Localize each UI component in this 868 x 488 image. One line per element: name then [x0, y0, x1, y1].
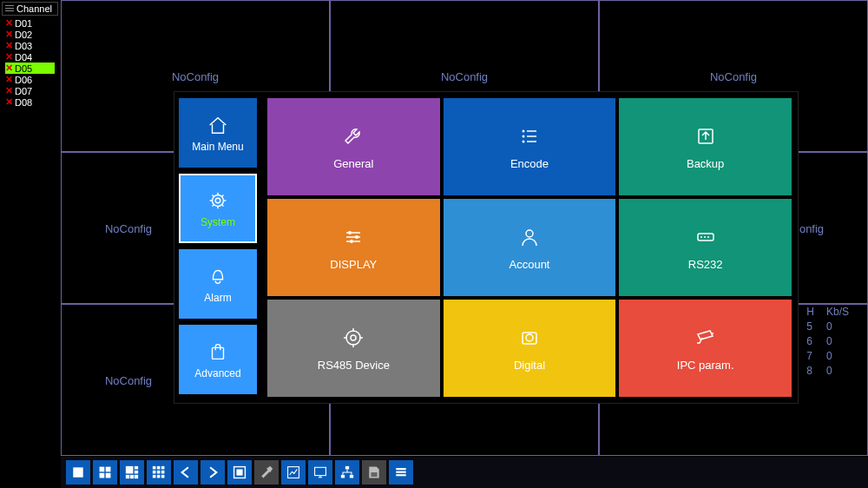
channel-title: Channel — [2, 2, 58, 16]
channel-label: D02 — [15, 30, 32, 40]
tile-display[interactable]: DISPLAY — [267, 199, 440, 296]
svg-rect-7 — [106, 473, 111, 478]
x-icon: ✕ — [5, 63, 13, 74]
svg-rect-28 — [341, 475, 345, 478]
svg-rect-1 — [5, 8, 14, 9]
channel-label: D03 — [15, 41, 32, 51]
channel-D08[interactable]: ✕D08 — [5, 96, 55, 108]
svg-rect-22 — [161, 475, 165, 478]
channel-D01[interactable]: ✕D01 — [5, 17, 55, 29]
port-icon — [694, 225, 718, 249]
toolbar-disk[interactable] — [362, 460, 386, 485]
cctv-icon — [694, 326, 718, 350]
channel-label: D08 — [15, 97, 32, 108]
svg-rect-8 — [126, 466, 134, 474]
svg-rect-9 — [135, 466, 138, 470]
svg-rect-0 — [5, 5, 14, 6]
network-icon — [339, 464, 356, 481]
upload-icon — [694, 124, 718, 148]
tile-label: General — [333, 157, 373, 170]
channel-label: D04 — [15, 52, 32, 63]
cell-label: NoConfig — [441, 69, 488, 82]
svg-rect-32 — [396, 472, 405, 473]
tile-ipc-param-[interactable]: IPC param. — [619, 300, 792, 397]
toolbar-arrow-left[interactable] — [174, 460, 198, 485]
channel-D06[interactable]: ✕D06 — [5, 74, 55, 85]
tile-encode[interactable]: Encode — [444, 98, 616, 195]
svg-rect-33 — [396, 474, 405, 476]
toolbar-view9[interactable] — [147, 460, 171, 485]
svg-rect-31 — [396, 468, 405, 470]
tile-label: Account — [510, 258, 550, 271]
svg-rect-14 — [153, 466, 156, 470]
toolbar-network[interactable] — [335, 460, 359, 485]
tile-label: Backup — [687, 157, 724, 170]
menu-grid: GeneralEncodeBackupDISPLAYAccountRS232RS… — [261, 92, 798, 403]
svg-rect-16 — [161, 466, 165, 470]
toolbar-menu[interactable] — [389, 460, 413, 485]
x-icon: ✕ — [5, 17, 13, 29]
tile-rs485-device[interactable]: RS485 Device — [267, 300, 440, 397]
menu-side-alarm[interactable]: Alarm — [179, 249, 257, 319]
arrow-left-icon — [177, 464, 194, 481]
tile-general[interactable]: General — [267, 98, 440, 195]
channel-sidebar: Channel ✕D01✕D02✕D03✕D04✕D05✕D06✕D07✕D08 — [2, 2, 58, 109]
view9-icon — [150, 464, 168, 481]
list-icon — [5, 4, 14, 13]
channel-label: D05 — [15, 63, 32, 74]
svg-rect-18 — [157, 471, 161, 474]
channel-D02[interactable]: ✕D02 — [5, 29, 55, 40]
stats-panel: HKb/S 50607080 — [805, 304, 861, 379]
svg-rect-21 — [157, 475, 161, 478]
cell-label: NoConfig — [105, 221, 152, 234]
svg-rect-30 — [371, 472, 377, 477]
x-icon: ✕ — [5, 51, 13, 63]
menu-side-main-menu[interactable]: Main Menu — [179, 98, 257, 168]
tile-account[interactable]: Account — [444, 199, 616, 296]
svg-rect-13 — [135, 475, 138, 478]
x-icon: ✕ — [5, 96, 13, 108]
svg-rect-11 — [126, 475, 129, 478]
cell-label: NoConfig — [105, 373, 152, 386]
x-icon: ✕ — [5, 29, 13, 40]
x-icon: ✕ — [5, 40, 13, 51]
cell-label: NoConfig — [172, 69, 219, 82]
stats-kbs: 0 — [826, 365, 859, 378]
svg-rect-5 — [106, 467, 111, 472]
stats-h: 6 — [806, 335, 825, 348]
tile-backup[interactable]: Backup — [619, 98, 792, 195]
tile-label: DISPLAY — [330, 258, 377, 271]
view1-icon — [69, 464, 87, 481]
system-menu: Main MenuSystemAlarmAdvanced GeneralEnco… — [174, 91, 799, 404]
toolbar-view1[interactable] — [66, 460, 90, 485]
toolbar-view4[interactable] — [93, 460, 117, 485]
menu-side-label: Advanced — [194, 367, 240, 379]
list-icon — [517, 124, 542, 148]
toolbar-fullscreen[interactable] — [227, 460, 252, 485]
toolbar-view8[interactable] — [120, 460, 144, 485]
sliders-icon — [341, 225, 365, 249]
toolbar-arrow-right[interactable] — [201, 460, 225, 485]
toolbar-monitor[interactable] — [308, 460, 332, 485]
user-icon — [517, 225, 542, 249]
menu-side-advanced[interactable]: Advanced — [179, 325, 257, 394]
channel-D07[interactable]: ✕D07 — [5, 85, 55, 96]
tile-label: Digital — [514, 359, 545, 372]
toolbar-hammer[interactable] — [254, 460, 279, 485]
menu-side-system[interactable]: System — [179, 174, 257, 243]
channel-D03[interactable]: ✕D03 — [5, 40, 55, 51]
channel-D04[interactable]: ✕D04 — [5, 51, 55, 63]
camera-icon — [517, 326, 542, 350]
toolbar-chart[interactable] — [281, 460, 306, 485]
tile-rs232[interactable]: RS232 — [619, 199, 792, 296]
monitor-icon — [312, 464, 329, 481]
stats-kbs: 0 — [826, 350, 859, 363]
stats-header-kbs: Kb/S — [826, 306, 859, 319]
tile-digital[interactable]: Digital — [444, 300, 616, 397]
svg-rect-4 — [100, 467, 105, 472]
arrow-right-icon — [204, 464, 221, 481]
channel-D05[interactable]: ✕D05 — [5, 63, 55, 74]
stats-kbs: 0 — [826, 335, 859, 348]
tile-label: RS232 — [688, 258, 723, 271]
view4-icon — [96, 464, 114, 481]
